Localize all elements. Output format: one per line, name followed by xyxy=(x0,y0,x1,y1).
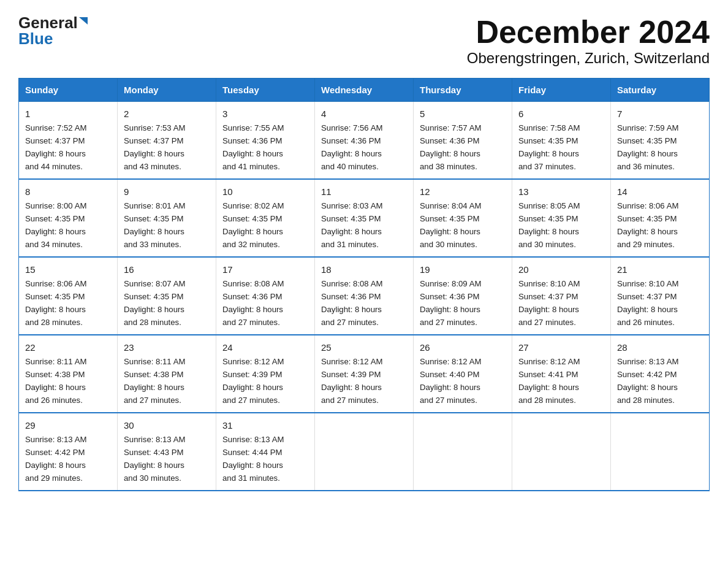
day-sunrise: Sunrise: 8:01 AMSunset: 4:35 PMDaylight:… xyxy=(124,201,185,249)
day-number: 26 xyxy=(420,340,506,354)
day-sunrise: Sunrise: 8:12 AMSunset: 4:39 PMDaylight:… xyxy=(321,357,382,405)
week-row-5: 29Sunrise: 8:13 AMSunset: 4:42 PMDayligh… xyxy=(19,413,710,491)
day-number: 8 xyxy=(25,185,111,199)
day-sunrise: Sunrise: 8:05 AMSunset: 4:35 PMDaylight:… xyxy=(518,201,580,249)
day-cell-25: 25Sunrise: 8:12 AMSunset: 4:39 PMDayligh… xyxy=(315,335,414,413)
day-number: 15 xyxy=(25,262,111,277)
header-friday: Friday xyxy=(512,79,611,102)
day-cell-18: 18Sunrise: 8:08 AMSunset: 4:36 PMDayligh… xyxy=(315,257,414,335)
day-sunrise: Sunrise: 7:52 AMSunset: 4:37 PMDaylight:… xyxy=(25,123,86,171)
day-cell-17: 17Sunrise: 8:08 AMSunset: 4:36 PMDayligh… xyxy=(216,257,315,335)
day-number: 24 xyxy=(222,340,308,354)
day-number: 3 xyxy=(222,107,308,121)
day-cell-20: 20Sunrise: 8:10 AMSunset: 4:37 PMDayligh… xyxy=(512,257,611,335)
day-number: 16 xyxy=(124,262,210,277)
day-sunrise: Sunrise: 8:09 AMSunset: 4:36 PMDaylight:… xyxy=(420,279,481,327)
day-sunrise: Sunrise: 7:55 AMSunset: 4:36 PMDaylight:… xyxy=(222,123,284,171)
day-sunrise: Sunrise: 8:12 AMSunset: 4:40 PMDaylight:… xyxy=(420,357,481,405)
day-cell-29: 29Sunrise: 8:13 AMSunset: 4:42 PMDayligh… xyxy=(19,413,118,491)
day-number: 28 xyxy=(617,340,703,354)
day-number: 29 xyxy=(25,418,111,432)
day-sunrise: Sunrise: 8:10 AMSunset: 4:37 PMDaylight:… xyxy=(617,279,678,327)
logo-arrow-icon xyxy=(79,17,88,25)
calendar-table: SundayMondayTuesdayWednesdayThursdayFrid… xyxy=(18,78,710,491)
day-sunrise: Sunrise: 8:06 AMSunset: 4:35 PMDaylight:… xyxy=(617,201,678,249)
header-tuesday: Tuesday xyxy=(216,79,315,102)
day-cell-21: 21Sunrise: 8:10 AMSunset: 4:37 PMDayligh… xyxy=(611,257,710,335)
day-cell-13: 13Sunrise: 8:05 AMSunset: 4:35 PMDayligh… xyxy=(512,179,611,257)
day-sunrise: Sunrise: 7:58 AMSunset: 4:35 PMDaylight:… xyxy=(518,123,580,171)
day-cell-7: 7Sunrise: 7:59 AMSunset: 4:35 PMDaylight… xyxy=(611,102,710,179)
day-cell-22: 22Sunrise: 8:11 AMSunset: 4:38 PMDayligh… xyxy=(19,335,118,413)
page-header: General Blue December 2024 Oberengstring… xyxy=(18,15,710,67)
day-number: 11 xyxy=(321,185,407,199)
day-cell-19: 19Sunrise: 8:09 AMSunset: 4:36 PMDayligh… xyxy=(414,257,512,335)
day-cell-1: 1Sunrise: 7:52 AMSunset: 4:37 PMDaylight… xyxy=(19,102,118,179)
day-sunrise: Sunrise: 8:03 AMSunset: 4:35 PMDaylight:… xyxy=(321,201,382,249)
day-cell-empty xyxy=(512,413,611,491)
day-cell-30: 30Sunrise: 8:13 AMSunset: 4:43 PMDayligh… xyxy=(118,413,216,491)
day-number: 31 xyxy=(222,418,308,432)
day-sunrise: Sunrise: 8:00 AMSunset: 4:35 PMDaylight:… xyxy=(25,201,86,249)
day-cell-24: 24Sunrise: 8:12 AMSunset: 4:39 PMDayligh… xyxy=(216,335,315,413)
day-number: 14 xyxy=(617,185,703,199)
day-cell-3: 3Sunrise: 7:55 AMSunset: 4:36 PMDaylight… xyxy=(216,102,315,179)
day-cell-2: 2Sunrise: 7:53 AMSunset: 4:37 PMDaylight… xyxy=(118,102,216,179)
day-number: 7 xyxy=(617,107,703,121)
day-number: 12 xyxy=(420,185,506,199)
logo-general-text: General xyxy=(18,15,78,31)
week-row-2: 8Sunrise: 8:00 AMSunset: 4:35 PMDaylight… xyxy=(19,179,710,257)
day-number: 20 xyxy=(518,262,604,277)
day-number: 17 xyxy=(222,262,308,277)
day-sunrise: Sunrise: 8:13 AMSunset: 4:42 PMDaylight:… xyxy=(617,357,678,405)
day-sunrise: Sunrise: 8:04 AMSunset: 4:35 PMDaylight:… xyxy=(420,201,481,249)
day-cell-26: 26Sunrise: 8:12 AMSunset: 4:40 PMDayligh… xyxy=(414,335,512,413)
header-sunday: Sunday xyxy=(19,79,118,102)
day-cell-9: 9Sunrise: 8:01 AMSunset: 4:35 PMDaylight… xyxy=(118,179,216,257)
day-sunrise: Sunrise: 8:13 AMSunset: 4:42 PMDaylight:… xyxy=(25,435,86,483)
day-number: 19 xyxy=(420,262,506,277)
week-row-3: 15Sunrise: 8:06 AMSunset: 4:35 PMDayligh… xyxy=(19,257,710,335)
day-cell-28: 28Sunrise: 8:13 AMSunset: 4:42 PMDayligh… xyxy=(611,335,710,413)
header-monday: Monday xyxy=(118,79,216,102)
day-sunrise: Sunrise: 8:10 AMSunset: 4:37 PMDaylight:… xyxy=(518,279,580,327)
day-cell-31: 31Sunrise: 8:13 AMSunset: 4:44 PMDayligh… xyxy=(216,413,315,491)
day-number: 13 xyxy=(518,185,604,199)
day-sunrise: Sunrise: 7:57 AMSunset: 4:36 PMDaylight:… xyxy=(420,123,481,171)
day-number: 25 xyxy=(321,340,407,354)
day-sunrise: Sunrise: 8:08 AMSunset: 4:36 PMDaylight:… xyxy=(222,279,284,327)
page-title: December 2024 xyxy=(467,15,710,50)
logo-blue-text: Blue xyxy=(18,31,53,47)
day-number: 2 xyxy=(124,107,210,121)
day-cell-8: 8Sunrise: 8:00 AMSunset: 4:35 PMDaylight… xyxy=(19,179,118,257)
header-saturday: Saturday xyxy=(611,79,710,102)
day-sunrise: Sunrise: 7:56 AMSunset: 4:36 PMDaylight:… xyxy=(321,123,382,171)
day-sunrise: Sunrise: 8:02 AMSunset: 4:35 PMDaylight:… xyxy=(222,201,284,249)
day-number: 23 xyxy=(124,340,210,354)
title-block: December 2024 Oberengstringen, Zurich, S… xyxy=(467,15,710,67)
day-number: 22 xyxy=(25,340,111,354)
day-sunrise: Sunrise: 8:06 AMSunset: 4:35 PMDaylight:… xyxy=(25,279,86,327)
day-cell-4: 4Sunrise: 7:56 AMSunset: 4:36 PMDaylight… xyxy=(315,102,414,179)
day-number: 1 xyxy=(25,107,111,121)
day-sunrise: Sunrise: 8:13 AMSunset: 4:43 PMDaylight:… xyxy=(124,435,185,483)
day-number: 30 xyxy=(124,418,210,432)
day-cell-empty xyxy=(315,413,414,491)
day-cell-12: 12Sunrise: 8:04 AMSunset: 4:35 PMDayligh… xyxy=(414,179,512,257)
day-sunrise: Sunrise: 8:13 AMSunset: 4:44 PMDaylight:… xyxy=(222,435,284,483)
day-number: 9 xyxy=(124,185,210,199)
day-number: 6 xyxy=(518,107,604,121)
day-cell-16: 16Sunrise: 8:07 AMSunset: 4:35 PMDayligh… xyxy=(118,257,216,335)
day-cell-15: 15Sunrise: 8:06 AMSunset: 4:35 PMDayligh… xyxy=(19,257,118,335)
day-cell-empty xyxy=(414,413,512,491)
day-sunrise: Sunrise: 8:12 AMSunset: 4:41 PMDaylight:… xyxy=(518,357,580,405)
day-sunrise: Sunrise: 8:07 AMSunset: 4:35 PMDaylight:… xyxy=(124,279,185,327)
logo: General Blue xyxy=(18,15,88,47)
day-number: 4 xyxy=(321,107,407,121)
day-number: 10 xyxy=(222,185,308,199)
day-sunrise: Sunrise: 8:11 AMSunset: 4:38 PMDaylight:… xyxy=(124,357,185,405)
day-sunrise: Sunrise: 7:59 AMSunset: 4:35 PMDaylight:… xyxy=(617,123,678,171)
header-wednesday: Wednesday xyxy=(315,79,414,102)
day-sunrise: Sunrise: 8:11 AMSunset: 4:38 PMDaylight:… xyxy=(25,357,86,405)
day-cell-5: 5Sunrise: 7:57 AMSunset: 4:36 PMDaylight… xyxy=(414,102,512,179)
